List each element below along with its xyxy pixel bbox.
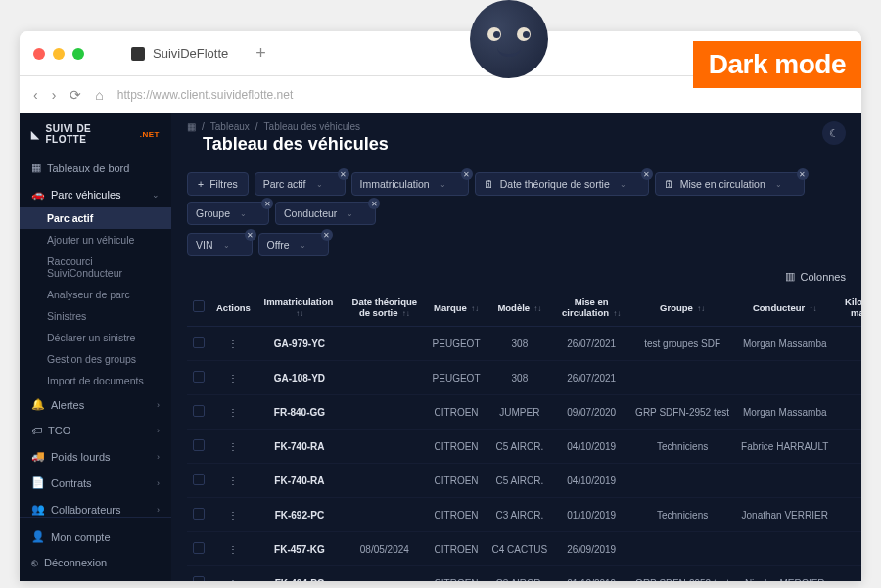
cell-marque: CITROEN	[427, 566, 487, 582]
row-actions-button[interactable]: ⋮	[228, 339, 238, 349]
filters-button[interactable]: + Filtres	[187, 172, 249, 196]
forward-icon[interactable]: ›	[52, 87, 57, 103]
sort-icon: ↑↓	[807, 304, 816, 313]
column-header[interactable]: Marque ↑↓	[427, 289, 487, 327]
filter-chip[interactable]: VIN⌄✕	[187, 233, 253, 256]
cell-modele: C5 AIRCR.	[487, 430, 554, 464]
new-tab-button[interactable]: +	[255, 43, 266, 64]
filter-remove-icon[interactable]: ✕	[461, 168, 473, 180]
sidebar-footer-item[interactable]: ⎋Déconnexion	[20, 550, 171, 575]
chevron-icon: ›	[157, 400, 160, 410]
select-all-checkbox[interactable]	[193, 300, 205, 312]
filter-remove-icon[interactable]: ✕	[245, 229, 256, 241]
window-maximize-icon[interactable]	[72, 48, 84, 60]
nav-icon: 🚚	[31, 450, 45, 463]
filter-chip[interactable]: 🗓Mise en circulation⌄✕	[655, 172, 805, 196]
row-checkbox[interactable]	[193, 337, 205, 348]
sidebar-subitem[interactable]: Import de documents	[20, 370, 171, 391]
sidebar-item[interactable]: ▦Tableaux de bord	[20, 155, 171, 181]
cell-date-sortie	[343, 464, 427, 498]
cell-date-sortie	[343, 361, 427, 395]
row-actions-button[interactable]: ⋮	[228, 475, 238, 486]
row-checkbox[interactable]	[193, 371, 205, 383]
column-header: Actions	[210, 289, 256, 327]
cell-km-maint	[834, 566, 861, 582]
cell-groupe: Techniciens	[629, 498, 735, 532]
breadcrumb-item[interactable]: Tableau des véhicules	[264, 121, 360, 132]
sidebar-item[interactable]: 🔔Alertes›	[20, 391, 171, 418]
row-checkbox[interactable]	[193, 576, 205, 581]
row-actions-button[interactable]: ⋮	[228, 441, 238, 452]
window-minimize-icon[interactable]	[53, 48, 65, 60]
table-row: ⋮ GA-108-YD PEUGEOT 308 26/07/2021	[187, 361, 861, 395]
chevron-down-icon: ⌄	[620, 180, 626, 189]
column-header[interactable]: Groupe ↑↓	[629, 289, 735, 327]
back-icon[interactable]: ‹	[33, 87, 38, 103]
column-header[interactable]: Date théorique de sortie ↑↓	[343, 289, 427, 327]
window-close-icon[interactable]	[33, 48, 45, 60]
columns-button[interactable]: ▥ Colonnes	[785, 270, 846, 283]
sidebar-subitem[interactable]: Ajouter un véhicule	[20, 229, 171, 250]
sidebar-item[interactable]: 🚗Parc véhicules⌄	[20, 181, 171, 207]
cell-conducteur	[735, 464, 834, 498]
row-actions-button[interactable]: ⋮	[228, 544, 238, 555]
filter-chip[interactable]: Offre⌄✕	[258, 233, 329, 256]
theme-toggle-button[interactable]: ☾	[822, 121, 846, 145]
sidebar-item[interactable]: 🏷TCO›	[20, 418, 171, 443]
filter-remove-icon[interactable]: ✕	[797, 168, 809, 180]
filter-remove-icon[interactable]: ✕	[321, 229, 333, 241]
filter-label: Mise en circulation	[680, 178, 765, 190]
sidebar-subitem[interactable]: Sinistres	[20, 305, 171, 327]
sidebar-subitem[interactable]: Gestion des groups	[20, 348, 171, 370]
table-row: ⋮ FR-840-GG CITROEN JUMPER 09/07/2020 GR…	[187, 395, 861, 430]
sidebar-subitem[interactable]: Analyseur de parc	[20, 284, 171, 305]
row-actions-button[interactable]: ⋮	[228, 510, 238, 520]
browser-tab[interactable]: SuiviDeFlotte	[131, 46, 228, 61]
sidebar-footer-item[interactable]: 👤Mon compte	[20, 523, 171, 550]
cell-marque: PEUGEOT	[427, 327, 487, 361]
filter-chip[interactable]: Parc actif⌄✕	[255, 172, 346, 196]
filters-row: VIN⌄✕Offre⌄✕	[171, 229, 861, 260]
cell-km-maint	[834, 430, 861, 464]
sidebar-item[interactable]: 📄Contrats›	[20, 470, 171, 496]
cell-groupe	[629, 464, 735, 498]
filter-chip[interactable]: Conducteur⌄✕	[275, 202, 376, 225]
reload-icon[interactable]: ⟳	[70, 87, 81, 103]
row-actions-button[interactable]: ⋮	[228, 578, 238, 582]
row-actions-button[interactable]: ⋮	[228, 373, 238, 384]
filter-chip[interactable]: Groupe⌄✕	[187, 202, 269, 225]
cell-modele: 308	[487, 361, 554, 395]
row-checkbox[interactable]	[193, 542, 205, 554]
filter-remove-icon[interactable]: ✕	[338, 168, 349, 180]
sidebar-subitem[interactable]: Parc actif	[20, 207, 171, 229]
sidebar-item[interactable]: 👥Collaborateurs›	[20, 496, 171, 517]
column-header[interactable]: Modèle ↑↓	[487, 289, 554, 327]
column-header[interactable]: Mise en circulation ↑↓	[553, 289, 629, 327]
column-header[interactable]: Conducteur ↑↓	[735, 289, 834, 327]
filter-remove-icon[interactable]: ✕	[368, 198, 380, 209]
breadcrumb-item[interactable]: Tableaux	[210, 121, 250, 132]
cell-immatriculation: FR-840-GG	[256, 395, 343, 430]
filter-remove-icon[interactable]: ✕	[261, 198, 273, 209]
chevron-down-icon: ⌄	[347, 209, 353, 218]
sidebar-subitem[interactable]: Raccourci SuiviConducteur	[20, 250, 171, 284]
home-icon[interactable]: ⌂	[95, 87, 103, 103]
sidebar-item[interactable]: 🚚Poids lourds›	[20, 443, 171, 470]
sidebar-item-label: Collaborateurs	[51, 504, 121, 516]
cell-immatriculation: FK-740-RA	[256, 464, 343, 498]
column-header[interactable]: Kilométrage avant maintenance ↑↓	[834, 289, 861, 327]
row-checkbox[interactable]	[193, 508, 205, 520]
row-checkbox[interactable]	[193, 474, 205, 485]
breadcrumb-root-icon[interactable]: ▦	[187, 121, 196, 132]
moon-icon: ☾	[829, 127, 839, 140]
filter-remove-icon[interactable]: ✕	[641, 168, 653, 180]
filters-row: + Filtres Parc actif⌄✕Immatriculation⌄✕🗓…	[171, 168, 861, 229]
row-checkbox[interactable]	[193, 439, 205, 451]
row-checkbox[interactable]	[193, 405, 205, 417]
filter-chip[interactable]: Immatriculation⌄✕	[351, 172, 469, 196]
row-actions-button[interactable]: ⋮	[228, 407, 238, 418]
filter-chip[interactable]: 🗓Date théorique de sortie⌄✕	[475, 172, 649, 196]
column-header[interactable]: Immatriculation ↑↓	[256, 289, 343, 327]
cell-mec: 04/10/2019	[553, 430, 629, 464]
sidebar-subitem[interactable]: Déclarer un sinistre	[20, 327, 171, 348]
